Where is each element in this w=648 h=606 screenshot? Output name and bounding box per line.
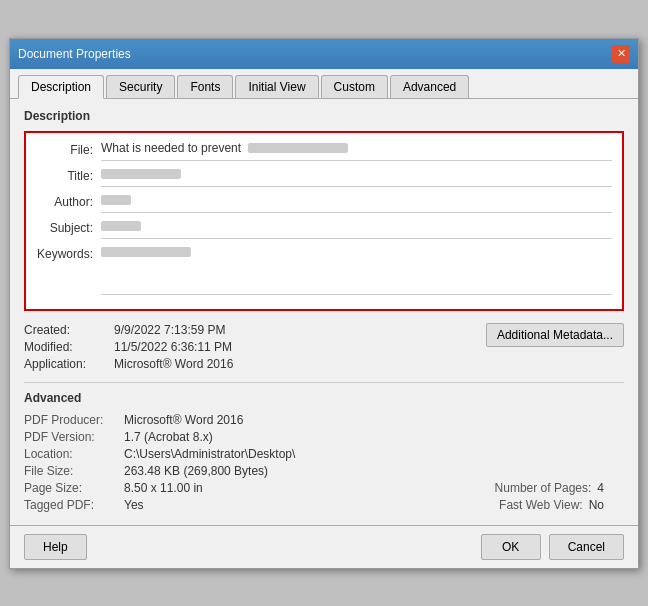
file-label: File: <box>36 141 101 157</box>
pdf-version-row: PDF Version: 1.7 (Acrobat 8.x) <box>24 430 624 444</box>
bottom-bar: Help OK Cancel <box>10 525 638 568</box>
keywords-row: Keywords: <box>36 245 612 295</box>
window-title: Document Properties <box>18 47 131 61</box>
additional-metadata-wrapper: Additional Metadata... <box>476 323 624 347</box>
pdf-version-value: 1.7 (Acrobat 8.x) <box>124 430 213 444</box>
keywords-redacted <box>101 247 191 257</box>
created-value: 9/9/2022 7:13:59 PM <box>114 323 225 337</box>
file-size-label: File Size: <box>24 464 124 478</box>
file-size-value: 263.48 KB (269,800 Bytes) <box>124 464 268 478</box>
author-label: Author: <box>36 193 101 209</box>
additional-metadata-button[interactable]: Additional Metadata... <box>486 323 624 347</box>
application-row: Application: Microsoft® Word 2016 <box>24 357 476 371</box>
fast-web-value: No <box>589 498 604 512</box>
page-size-num-pages-row: Page Size: 8.50 x 11.00 in Number of Pag… <box>24 481 624 498</box>
file-value: What is needed to prevent <box>101 141 348 155</box>
subject-label: Subject: <box>36 219 101 235</box>
num-pages-value: 4 <box>597 481 604 495</box>
tab-initial-view[interactable]: Initial View <box>235 75 318 98</box>
file-row: File: What is needed to prevent <box>36 141 612 161</box>
metadata-box: File: What is needed to prevent Title: A… <box>24 131 624 311</box>
location-label: Location: <box>24 447 124 461</box>
created-row: Created: 9/9/2022 7:13:59 PM <box>24 323 476 337</box>
page-size-value: 8.50 x 11.00 in <box>124 481 203 495</box>
tab-custom[interactable]: Custom <box>321 75 388 98</box>
pdf-producer-value: Microsoft® Word 2016 <box>124 413 243 427</box>
divider <box>24 382 624 383</box>
pdf-producer-row: PDF Producer: Microsoft® Word 2016 <box>24 413 624 427</box>
page-size-label: Page Size: <box>24 481 124 495</box>
subject-value-wrapper <box>101 219 612 239</box>
tagged-pdf-row: Tagged PDF: Yes <box>24 498 144 512</box>
location-row: Location: C:\Users\Administrator\Desktop… <box>24 447 624 461</box>
application-value: Microsoft® Word 2016 <box>114 357 233 371</box>
ok-cancel-group: OK Cancel <box>481 534 624 560</box>
title-label: Title: <box>36 167 101 183</box>
tab-security[interactable]: Security <box>106 75 175 98</box>
close-button[interactable]: ✕ <box>612 45 630 63</box>
num-pages-label: Number of Pages: <box>495 481 592 495</box>
creation-info-section: Created: 9/9/2022 7:13:59 PM Modified: 1… <box>24 323 624 374</box>
description-section-label: Description <box>24 109 624 123</box>
cancel-button[interactable]: Cancel <box>549 534 624 560</box>
ok-button[interactable]: OK <box>481 534 541 560</box>
file-size-row: File Size: 263.48 KB (269,800 Bytes) <box>24 464 624 478</box>
tagged-pdf-label: Tagged PDF: <box>24 498 124 512</box>
created-label: Created: <box>24 323 114 337</box>
modified-row: Modified: 11/5/2022 6:36:11 PM <box>24 340 476 354</box>
document-properties-window: Document Properties ✕ Description Securi… <box>9 38 639 569</box>
file-value-wrapper: What is needed to prevent <box>101 141 612 161</box>
creation-info-left: Created: 9/9/2022 7:13:59 PM Modified: 1… <box>24 323 476 374</box>
modified-value: 11/5/2022 6:36:11 PM <box>114 340 232 354</box>
title-value-wrapper <box>101 167 612 187</box>
title-redacted <box>101 169 181 179</box>
keywords-value-wrapper <box>101 245 612 295</box>
subject-redacted <box>101 221 141 231</box>
fast-web-row: Fast Web View: No <box>499 498 604 512</box>
author-value-wrapper <box>101 193 612 213</box>
tab-bar: Description Security Fonts Initial View … <box>10 69 638 99</box>
advanced-section-label: Advanced <box>24 391 624 405</box>
location-value: C:\Users\Administrator\Desktop\ <box>124 447 295 461</box>
keywords-label: Keywords: <box>36 245 101 261</box>
help-button[interactable]: Help <box>24 534 87 560</box>
main-content: Description File: What is needed to prev… <box>10 99 638 525</box>
author-row: Author: <box>36 193 612 213</box>
tab-description[interactable]: Description <box>18 75 104 99</box>
tab-advanced[interactable]: Advanced <box>390 75 469 98</box>
modified-label: Modified: <box>24 340 114 354</box>
title-row: Title: <box>36 167 612 187</box>
tagged-fast-web-row: Tagged PDF: Yes Fast Web View: No <box>24 498 624 515</box>
tagged-pdf-value: Yes <box>124 498 144 512</box>
application-label: Application: <box>24 357 114 371</box>
page-size-row: Page Size: 8.50 x 11.00 in <box>24 481 203 495</box>
tab-fonts[interactable]: Fonts <box>177 75 233 98</box>
subject-row: Subject: <box>36 219 612 239</box>
fast-web-label: Fast Web View: <box>499 498 583 512</box>
title-bar: Document Properties ✕ <box>10 39 638 69</box>
pdf-version-label: PDF Version: <box>24 430 124 444</box>
pdf-producer-label: PDF Producer: <box>24 413 124 427</box>
file-redacted <box>248 143 348 153</box>
author-redacted <box>101 195 131 205</box>
num-pages-row: Number of Pages: 4 <box>495 481 604 495</box>
